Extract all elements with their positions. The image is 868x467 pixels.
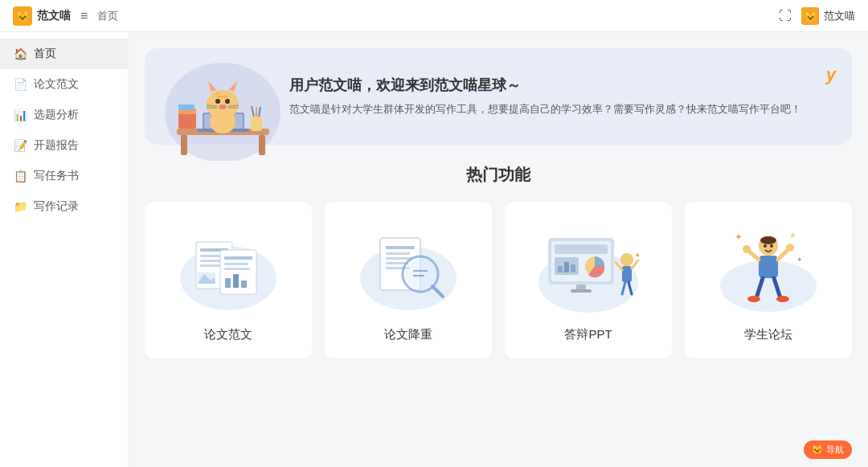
sidebar-item-home[interactable]: 🏠 首页	[0, 39, 128, 69]
feature-card-thesis-sample[interactable]: 论文范文	[145, 202, 312, 358]
svg-point-82	[770, 244, 773, 248]
svg-point-25	[219, 104, 227, 109]
svg-point-90	[747, 296, 760, 302]
svg-point-81	[764, 244, 767, 248]
svg-rect-43	[225, 278, 231, 288]
svg-rect-45	[241, 281, 247, 288]
feature-thesis-sample-label: 论文范文	[204, 327, 252, 342]
svg-rect-72	[622, 266, 632, 282]
sidebar-item-records[interactable]: 📁 写作记录	[0, 191, 128, 222]
svg-point-23	[215, 99, 220, 104]
svg-rect-14	[251, 117, 262, 131]
svg-rect-7	[259, 135, 265, 155]
svg-point-87	[786, 244, 794, 252]
svg-point-86	[743, 245, 751, 253]
sidebar-tasks-label: 写任务书	[34, 169, 79, 183]
svg-rect-11	[178, 113, 196, 129]
svg-point-56	[405, 259, 436, 289]
svg-rect-52	[386, 257, 411, 260]
svg-text:★: ★	[789, 231, 796, 240]
welcome-banner: 用户范文喵，欢迎来到范文喵星球～ 范文喵是针对大学生群体开发的写作工具，想要提高…	[145, 48, 852, 145]
svg-text:🐱: 🐱	[805, 10, 817, 23]
svg-rect-42	[224, 268, 250, 270]
sidebar-item-proposal[interactable]: 📝 开题报告	[0, 130, 128, 161]
tasks-icon: 📋	[13, 169, 27, 183]
svg-rect-6	[181, 135, 187, 155]
feature-card-ppt[interactable]: ✦ 答辩PPT	[505, 202, 672, 358]
thesis-sample-illustration	[172, 218, 285, 314]
svg-point-30	[210, 111, 235, 133]
sidebar-item-thesis[interactable]: 📄 论文范文	[0, 69, 128, 100]
topic-icon: 📊	[13, 108, 27, 122]
logo-area[interactable]: 🐱 范文喵	[13, 6, 71, 26]
thesis-reduce-illustration	[352, 218, 465, 314]
svg-text:🐱: 🐱	[16, 10, 30, 23]
svg-rect-70	[571, 289, 592, 293]
svg-point-71	[620, 253, 633, 266]
thesis-icon: 📄	[13, 77, 27, 92]
section-title: 热门功能	[145, 164, 852, 186]
user-avatar-icon: 🐱	[801, 7, 819, 25]
footer-nav-badge[interactable]: 🐱 导航	[804, 440, 852, 459]
home-icon: 🏠	[13, 47, 27, 61]
fullscreen-button[interactable]: ⛶	[779, 9, 792, 23]
svg-rect-67	[571, 264, 575, 272]
svg-rect-44	[233, 274, 239, 288]
svg-rect-63	[555, 244, 608, 254]
feature-ppt-label: 答辩PPT	[564, 327, 612, 342]
user-area[interactable]: 🐱 范文喵	[801, 7, 855, 25]
forum-illustration: ✦ ★ ✦	[712, 218, 825, 314]
svg-rect-66	[564, 262, 569, 272]
svg-rect-83	[759, 256, 778, 278]
banner-title: 用户范文喵，欢迎来到范文喵星球～	[289, 76, 828, 95]
title-bar: 🐱 范文喵 ≡ 首页 ⛶ 🐱 范文喵	[0, 0, 868, 32]
feature-forum-label: 学生论坛	[744, 327, 792, 342]
sidebar-item-tasks[interactable]: 📋 写任务书	[0, 161, 128, 191]
svg-rect-40	[224, 256, 252, 260]
title-bar-left: 🐱 范文喵 ≡ 首页	[13, 6, 118, 26]
svg-rect-41	[224, 263, 248, 265]
logo-icon: 🐱	[13, 6, 32, 26]
banner-illustration	[161, 56, 285, 153]
sidebar-item-topic[interactable]: 📊 选题分析	[0, 100, 128, 130]
svg-text:✦: ✦	[634, 251, 641, 260]
records-icon: 📁	[13, 199, 27, 214]
feature-thesis-reduce-label: 论文降重	[384, 327, 432, 342]
ppt-illustration: ✦	[532, 218, 645, 314]
svg-point-24	[225, 99, 230, 104]
cat-desk-svg	[161, 56, 285, 161]
breadcrumb: 首页	[97, 9, 118, 23]
user-name-label: 范文喵	[824, 9, 855, 23]
nav-toggle-icon[interactable]: ≡	[80, 9, 88, 23]
footer-nav-icon: 🐱	[812, 444, 823, 455]
sidebar-records-label: 写作记录	[34, 199, 79, 214]
sidebar-proposal-label: 开题报告	[34, 138, 79, 153]
sidebar-thesis-label: 论文范文	[34, 77, 79, 92]
sidebar-topic-label: 选题分析	[34, 108, 79, 122]
app-title: 范文喵	[37, 9, 71, 23]
svg-rect-50	[386, 246, 415, 249]
svg-rect-51	[386, 252, 410, 255]
svg-rect-38	[200, 264, 223, 267]
svg-rect-13	[178, 104, 194, 110]
svg-text:✦: ✦	[735, 231, 743, 243]
proposal-icon: 📝	[13, 138, 27, 153]
title-bar-right: ⛶ 🐱 范文喵	[779, 7, 855, 25]
svg-point-91	[776, 296, 789, 302]
svg-point-80	[760, 236, 776, 244]
feature-card-thesis-reduce[interactable]: 论文降重	[325, 202, 492, 358]
footer-nav-label: 导航	[826, 444, 844, 456]
sidebar: 🏠 首页 📄 论文范文 📊 选题分析 📝 开题报告 📋 写任务书 📁 写作记录	[0, 32, 129, 467]
svg-text:✦: ✦	[796, 256, 803, 264]
main-layout: 🏠 首页 📄 论文范文 📊 选题分析 📝 开题报告 📋 写任务书 📁 写作记录	[0, 32, 868, 467]
feature-card-forum[interactable]: ✦ ★ ✦ 学生论坛	[685, 202, 852, 358]
svg-rect-65	[558, 266, 563, 272]
features-grid: 论文范文	[145, 202, 852, 358]
content-area: 用户范文喵，欢迎来到范文喵星球～ 范文喵是针对大学生群体开发的写作工具，想要提高…	[129, 32, 868, 467]
banner-y-decoration: y	[826, 64, 836, 85]
banner-description: 范文喵是针对大学生群体开发的写作工具，想要提高自己的学习效率？需要写作灵感？快来…	[289, 101, 828, 118]
sidebar-home-label: 首页	[34, 47, 56, 61]
